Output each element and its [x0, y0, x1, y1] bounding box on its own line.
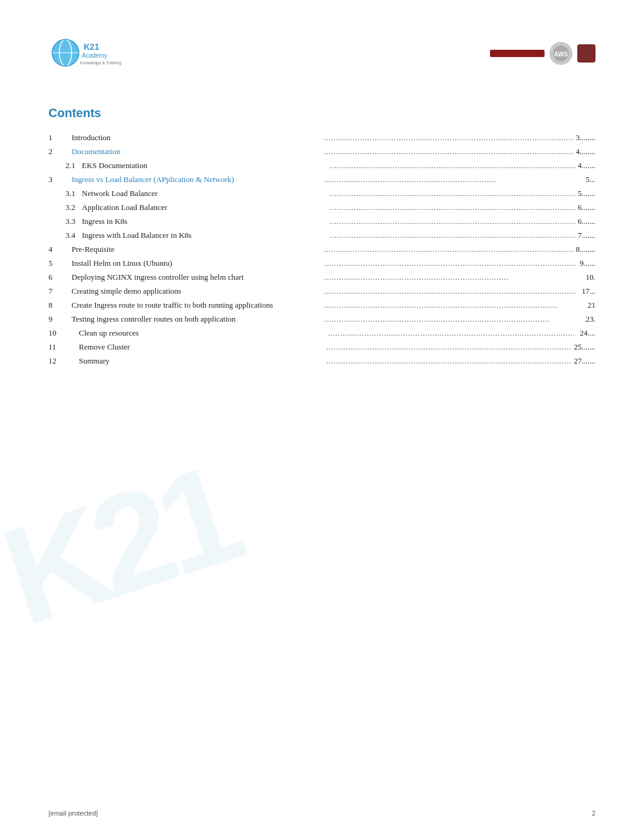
toc-num-3-2: 3.2	[49, 203, 82, 212]
toc-page-11: 25.......	[574, 342, 595, 352]
toc-item-3-3: 3.3 Ingress in K8s .....................…	[49, 215, 595, 229]
toc-item-2-1: 2.1 EKS Documentation ..................…	[49, 159, 595, 173]
toc-dots-6: ........................................…	[324, 273, 575, 282]
toc-dots-10: ........................................…	[328, 329, 575, 338]
svg-text:Knowledge & Training: Knowledge & Training	[80, 61, 121, 66]
toc-page-3-3: 6.......	[577, 217, 595, 226]
logo-circle: AWS	[549, 42, 572, 65]
toc-title-8: Create Ingress route to route traffic to…	[72, 300, 323, 310]
toc-title-3-1: Network Load Balancer	[82, 189, 328, 198]
toc-item-9: 9 Testing ingress controller routes on b…	[49, 313, 595, 326]
toc-page-12: 27.......	[574, 356, 595, 366]
toc-title-12: Summary	[79, 356, 324, 366]
toc-title-6: Deploying NGINX ingress controller using…	[72, 272, 323, 282]
toc-page-1: 3........	[576, 133, 596, 143]
toc-dots-5: ........................................…	[324, 259, 575, 268]
contents-heading: Contents	[49, 106, 595, 120]
toc-title-10: Clean up resources	[79, 328, 326, 338]
watermark: K21	[0, 425, 306, 746]
toc-num-3-1: 3.1	[49, 189, 82, 198]
toc-page-3-1: 5.......	[577, 189, 595, 198]
toc-page-3: 5...	[577, 175, 595, 184]
toc-title-3: Ingress vs Load Balancer (APplication & …	[72, 175, 323, 184]
toc-dots-7: ........................................…	[324, 287, 575, 296]
toc-dots-4: ........................................…	[324, 245, 574, 254]
toc-page-3-4: 7.......	[577, 231, 595, 240]
toc-page-10: 24....	[577, 328, 595, 338]
footer-page-number: 2	[592, 810, 595, 817]
toc-page-9: 23.	[577, 314, 595, 324]
toc-title-5: Install Helm on Linux (Ubuntu)	[72, 259, 323, 268]
toc-num-11: 11	[49, 342, 79, 352]
toc-dots-1: ........................................…	[324, 134, 574, 143]
toc-dots-2: ........................................…	[324, 147, 574, 157]
toc-title-7: Creating simple demo applications	[72, 286, 323, 296]
toc-dots-3-4: ........................................…	[330, 231, 576, 240]
svg-text:K21: K21	[84, 42, 99, 52]
toc-item-8: 8 Create Ingress route to route traffic …	[49, 299, 595, 313]
table-of-contents: 1 Introduction .........................…	[49, 131, 595, 368]
toc-dots-8: ........................................…	[324, 301, 575, 310]
page: K21 Academy Knowledge & Training AWS Con…	[0, 0, 644, 835]
toc-page-6: 10.	[577, 272, 595, 282]
toc-item-10: 10 Clean up resources ..................…	[49, 326, 595, 340]
toc-num-7: 7	[49, 286, 72, 296]
red-bar	[490, 50, 545, 57]
footer: [email protected] 2	[0, 810, 644, 817]
toc-num-6: 6	[49, 272, 72, 282]
toc-dots-11: ........................................…	[326, 343, 572, 352]
toc-num-1: 1	[49, 133, 72, 143]
toc-num-5: 5	[49, 259, 72, 268]
toc-title-4: Pre-Requisite	[72, 245, 322, 254]
toc-num-12: 12	[49, 356, 79, 366]
right-logo: AWS	[490, 42, 595, 65]
toc-title-2-1: EKS Documentation	[82, 161, 328, 171]
toc-num-8: 8	[49, 300, 72, 310]
toc-num-2-1: 2.1	[49, 161, 82, 171]
logo-square	[577, 44, 595, 63]
toc-page-4: 8........	[576, 245, 596, 254]
toc-item-3-4: 3.4 Ingress with Load Balancer in K8s ..…	[49, 229, 595, 243]
toc-num-10: 10	[49, 328, 79, 338]
toc-item-4: 4 Pre-Requisite ........................…	[49, 243, 595, 257]
toc-title-9: Testing ingress controller routes on bot…	[72, 314, 323, 324]
toc-num-3-4: 3.4	[49, 231, 82, 240]
toc-page-2: 4........	[576, 147, 596, 157]
header: K21 Academy Knowledge & Training AWS	[49, 36, 595, 76]
svg-text:AWS: AWS	[554, 51, 568, 58]
toc-dots-3: ........................................…	[324, 175, 575, 184]
toc-dots-9: ........................................…	[324, 315, 575, 324]
toc-dots-3-2: ........................................…	[330, 203, 576, 212]
left-logo: K21 Academy Knowledge & Training	[49, 36, 146, 70]
toc-num-2: 2	[49, 147, 72, 157]
toc-title-3-2: Application Load Balancer	[82, 203, 328, 212]
toc-item-3-1: 3.1 Network Load Balancer ..............…	[49, 187, 595, 201]
toc-page-5: 9......	[577, 259, 595, 268]
toc-title-2: Documentation	[72, 147, 322, 157]
toc-item-11: 11 Remove Cluster ......................…	[49, 340, 595, 354]
toc-item-3-2: 3.2 Application Load Balancer ..........…	[49, 201, 595, 215]
toc-title-1: Introduction	[72, 133, 322, 143]
toc-item-12: 12 Summary .............................…	[49, 354, 595, 368]
toc-page-3-2: 6.......	[577, 203, 595, 212]
toc-item-1: 1 Introduction .........................…	[49, 131, 595, 145]
toc-item-3: 3 Ingress vs Load Balancer (APplication …	[49, 173, 595, 187]
toc-num-9: 9	[49, 314, 72, 324]
toc-num-4: 4	[49, 245, 72, 254]
toc-item-6: 6 Deploying NGINX ingress controller usi…	[49, 271, 595, 285]
toc-num-3: 3	[49, 175, 72, 184]
toc-title-3-4: Ingress with Load Balancer in K8s	[82, 231, 328, 240]
toc-page-8: 21	[577, 300, 595, 310]
toc-num-3-3: 3.3	[49, 217, 82, 226]
toc-dots-3-1: ........................................…	[330, 189, 576, 198]
toc-item-5: 5 Install Helm on Linux (Ubuntu) .......…	[49, 257, 595, 271]
toc-dots-2-1: ........................................…	[330, 161, 576, 171]
toc-page-2-1: 4.......	[577, 161, 595, 171]
toc-title-3-3: Ingress in K8s	[82, 217, 328, 226]
toc-title-11: Remove Cluster	[79, 342, 324, 352]
toc-item-7: 7 Creating simple demo applications ....…	[49, 285, 595, 299]
toc-page-7: 17...	[577, 286, 595, 296]
toc-dots-3-3: ........................................…	[330, 217, 576, 226]
toc-item-2: 2 Documentation ........................…	[49, 145, 595, 159]
svg-text:Academy: Academy	[82, 52, 107, 59]
